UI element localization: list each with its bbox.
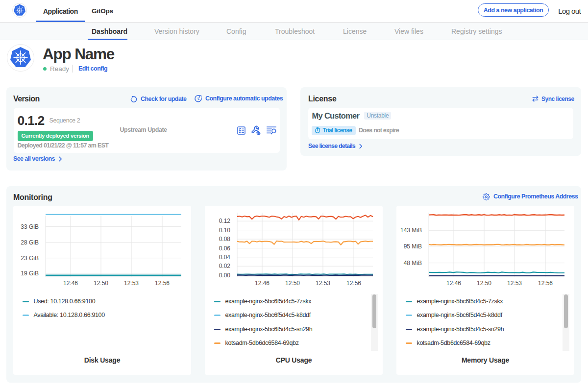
svg-text:12:46: 12:46 <box>63 280 78 287</box>
svg-text:0.04: 0.04 <box>219 254 231 261</box>
svg-text:0.06: 0.06 <box>219 245 231 252</box>
svg-text:0.12: 0.12 <box>219 218 231 224</box>
svg-text:0.02: 0.02 <box>219 263 231 269</box>
svg-text:33 GiB: 33 GiB <box>21 223 39 230</box>
svg-text:0.08: 0.08 <box>219 236 231 243</box>
svg-text:12:46: 12:46 <box>255 280 270 287</box>
svg-text:12:50: 12:50 <box>477 280 491 287</box>
svg-text:23 GiB: 23 GiB <box>21 255 39 262</box>
svg-text:12:53: 12:53 <box>316 280 330 287</box>
svg-text:12:56: 12:56 <box>346 280 361 287</box>
svg-text:95 MiB: 95 MiB <box>404 243 422 250</box>
svg-text:0.00: 0.00 <box>219 272 231 279</box>
svg-text:12:53: 12:53 <box>124 280 139 287</box>
svg-text:0.10: 0.10 <box>219 227 231 234</box>
svg-text:19 GiB: 19 GiB <box>21 270 39 277</box>
svg-text:12:50: 12:50 <box>94 280 108 287</box>
svg-text:12:46: 12:46 <box>446 280 461 287</box>
svg-text:12:53: 12:53 <box>507 280 522 287</box>
svg-text:12:56: 12:56 <box>155 280 170 287</box>
svg-text:28 GiB: 28 GiB <box>21 239 39 246</box>
svg-text:48 MiB: 48 MiB <box>404 260 422 267</box>
svg-text:12:56: 12:56 <box>538 280 553 287</box>
svg-text:12:50: 12:50 <box>285 280 300 287</box>
svg-text:143 MiB: 143 MiB <box>400 227 422 234</box>
